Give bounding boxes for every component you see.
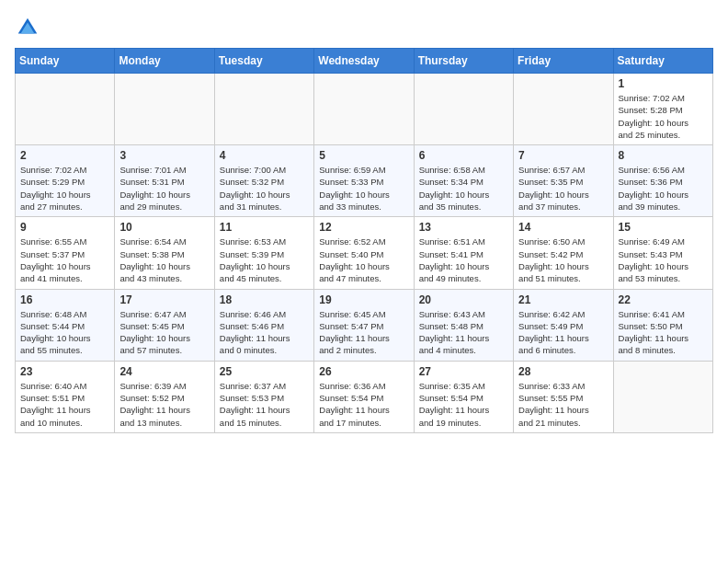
- day-number: 4: [220, 149, 309, 162]
- calendar-cell: 4Sunrise: 7:00 AM Sunset: 5:32 PM Daylig…: [214, 145, 313, 217]
- day-info: Sunrise: 6:39 AM Sunset: 5:52 PM Dayligh…: [119, 380, 209, 429]
- calendar-cell: [414, 74, 513, 145]
- weekday-header: Sunday: [16, 49, 115, 74]
- weekday-header: Friday: [514, 49, 613, 74]
- calendar-cell: [613, 361, 712, 432]
- calendar-cell: [16, 74, 115, 145]
- day-info: Sunrise: 6:58 AM Sunset: 5:34 PM Dayligh…: [419, 164, 508, 213]
- calendar-cell: 8Sunrise: 6:56 AM Sunset: 5:36 PM Daylig…: [613, 145, 712, 217]
- day-number: 3: [119, 149, 209, 162]
- calendar-cell: 12Sunrise: 6:52 AM Sunset: 5:40 PM Dayli…: [314, 217, 414, 289]
- calendar-cell: [214, 74, 313, 145]
- calendar-cell: 13Sunrise: 6:51 AM Sunset: 5:41 PM Dayli…: [414, 217, 513, 289]
- day-number: 23: [20, 365, 109, 378]
- weekday-header: Saturday: [613, 49, 712, 74]
- day-info: Sunrise: 7:01 AM Sunset: 5:31 PM Dayligh…: [119, 164, 209, 213]
- calendar-week-row: 9Sunrise: 6:55 AM Sunset: 5:37 PM Daylig…: [16, 217, 713, 289]
- day-number: 24: [119, 365, 209, 378]
- day-info: Sunrise: 6:54 AM Sunset: 5:38 PM Dayligh…: [119, 236, 209, 284]
- calendar-week-row: 23Sunrise: 6:40 AM Sunset: 5:51 PM Dayli…: [16, 361, 713, 432]
- day-number: 25: [220, 365, 309, 378]
- day-info: Sunrise: 6:55 AM Sunset: 5:37 PM Dayligh…: [20, 236, 109, 284]
- day-info: Sunrise: 6:51 AM Sunset: 5:41 PM Dayligh…: [419, 236, 508, 284]
- day-number: 6: [419, 149, 508, 162]
- calendar-cell: 28Sunrise: 6:33 AM Sunset: 5:55 PM Dayli…: [514, 361, 613, 432]
- calendar-cell: 16Sunrise: 6:48 AM Sunset: 5:44 PM Dayli…: [16, 289, 115, 361]
- day-info: Sunrise: 7:02 AM Sunset: 5:29 PM Dayligh…: [20, 164, 109, 213]
- calendar-cell: 2Sunrise: 7:02 AM Sunset: 5:29 PM Daylig…: [16, 145, 115, 217]
- day-info: Sunrise: 6:33 AM Sunset: 5:55 PM Dayligh…: [518, 380, 608, 429]
- day-number: 1: [619, 77, 708, 90]
- day-number: 18: [220, 293, 309, 306]
- day-info: Sunrise: 6:59 AM Sunset: 5:33 PM Dayligh…: [319, 164, 408, 213]
- day-info: Sunrise: 6:50 AM Sunset: 5:42 PM Dayligh…: [518, 236, 608, 284]
- day-info: Sunrise: 6:40 AM Sunset: 5:51 PM Dayligh…: [20, 380, 109, 429]
- day-number: 13: [419, 221, 508, 234]
- day-number: 26: [319, 365, 408, 378]
- calendar-cell: 14Sunrise: 6:50 AM Sunset: 5:42 PM Dayli…: [514, 217, 613, 289]
- weekday-header: Tuesday: [214, 49, 313, 74]
- day-info: Sunrise: 6:53 AM Sunset: 5:39 PM Dayligh…: [220, 236, 309, 284]
- day-info: Sunrise: 6:48 AM Sunset: 5:44 PM Dayligh…: [20, 308, 109, 357]
- calendar-cell: 24Sunrise: 6:39 AM Sunset: 5:52 PM Dayli…: [115, 361, 214, 432]
- day-number: 11: [220, 221, 309, 234]
- day-info: Sunrise: 6:47 AM Sunset: 5:45 PM Dayligh…: [119, 308, 209, 357]
- calendar-table: SundayMondayTuesdayWednesdayThursdayFrid…: [15, 48, 713, 433]
- calendar-week-row: 1Sunrise: 7:02 AM Sunset: 5:28 PM Daylig…: [16, 74, 713, 145]
- calendar-cell: 22Sunrise: 6:41 AM Sunset: 5:50 PM Dayli…: [613, 289, 712, 361]
- day-info: Sunrise: 6:57 AM Sunset: 5:35 PM Dayligh…: [518, 164, 608, 213]
- day-info: Sunrise: 6:36 AM Sunset: 5:54 PM Dayligh…: [319, 380, 408, 429]
- day-number: 28: [518, 365, 608, 378]
- calendar-cell: 19Sunrise: 6:45 AM Sunset: 5:47 PM Dayli…: [314, 289, 414, 361]
- day-number: 5: [319, 149, 408, 162]
- logo-icon: [15, 15, 40, 40]
- day-info: Sunrise: 6:49 AM Sunset: 5:43 PM Dayligh…: [619, 236, 708, 284]
- day-info: Sunrise: 7:02 AM Sunset: 5:28 PM Dayligh…: [619, 92, 708, 141]
- calendar-cell: 11Sunrise: 6:53 AM Sunset: 5:39 PM Dayli…: [214, 217, 313, 289]
- day-info: Sunrise: 6:52 AM Sunset: 5:40 PM Dayligh…: [319, 236, 408, 284]
- day-info: Sunrise: 6:43 AM Sunset: 5:48 PM Dayligh…: [419, 308, 508, 357]
- calendar-cell: [115, 74, 214, 145]
- day-info: Sunrise: 6:37 AM Sunset: 5:53 PM Dayligh…: [220, 380, 309, 429]
- day-number: 19: [319, 293, 408, 306]
- day-info: Sunrise: 6:46 AM Sunset: 5:46 PM Dayligh…: [220, 308, 309, 357]
- day-number: 16: [20, 293, 109, 306]
- weekday-header: Wednesday: [314, 49, 414, 74]
- day-number: 15: [619, 221, 708, 234]
- day-number: 21: [518, 293, 608, 306]
- day-info: Sunrise: 6:42 AM Sunset: 5:49 PM Dayligh…: [518, 308, 608, 357]
- calendar-header-row: SundayMondayTuesdayWednesdayThursdayFrid…: [16, 49, 713, 74]
- day-number: 12: [319, 221, 408, 234]
- day-number: 17: [119, 293, 209, 306]
- calendar-cell: 7Sunrise: 6:57 AM Sunset: 5:35 PM Daylig…: [514, 145, 613, 217]
- logo: [15, 15, 44, 40]
- weekday-header: Thursday: [414, 49, 513, 74]
- calendar-cell: 25Sunrise: 6:37 AM Sunset: 5:53 PM Dayli…: [214, 361, 313, 432]
- day-info: Sunrise: 6:45 AM Sunset: 5:47 PM Dayligh…: [319, 308, 408, 357]
- day-info: Sunrise: 6:41 AM Sunset: 5:50 PM Dayligh…: [619, 308, 708, 357]
- calendar-cell: 15Sunrise: 6:49 AM Sunset: 5:43 PM Dayli…: [613, 217, 712, 289]
- day-number: 27: [419, 365, 508, 378]
- calendar-cell: 9Sunrise: 6:55 AM Sunset: 5:37 PM Daylig…: [16, 217, 115, 289]
- day-number: 7: [518, 149, 608, 162]
- day-number: 14: [518, 221, 608, 234]
- calendar-cell: 20Sunrise: 6:43 AM Sunset: 5:48 PM Dayli…: [414, 289, 513, 361]
- calendar-cell: 21Sunrise: 6:42 AM Sunset: 5:49 PM Dayli…: [514, 289, 613, 361]
- calendar-cell: 18Sunrise: 6:46 AM Sunset: 5:46 PM Dayli…: [214, 289, 313, 361]
- day-number: 20: [419, 293, 508, 306]
- day-number: 2: [20, 149, 109, 162]
- calendar-cell: 27Sunrise: 6:35 AM Sunset: 5:54 PM Dayli…: [414, 361, 513, 432]
- calendar-cell: [514, 74, 613, 145]
- day-info: Sunrise: 6:56 AM Sunset: 5:36 PM Dayligh…: [619, 164, 708, 213]
- page-header: [15, 15, 713, 40]
- day-number: 10: [119, 221, 209, 234]
- day-info: Sunrise: 7:00 AM Sunset: 5:32 PM Dayligh…: [220, 164, 309, 213]
- calendar-cell: 5Sunrise: 6:59 AM Sunset: 5:33 PM Daylig…: [314, 145, 414, 217]
- calendar-week-row: 2Sunrise: 7:02 AM Sunset: 5:29 PM Daylig…: [16, 145, 713, 217]
- calendar-cell: [314, 74, 414, 145]
- weekday-header: Monday: [115, 49, 214, 74]
- calendar-cell: 6Sunrise: 6:58 AM Sunset: 5:34 PM Daylig…: [414, 145, 513, 217]
- day-number: 9: [20, 221, 109, 234]
- day-number: 8: [619, 149, 708, 162]
- calendar-cell: 10Sunrise: 6:54 AM Sunset: 5:38 PM Dayli…: [115, 217, 214, 289]
